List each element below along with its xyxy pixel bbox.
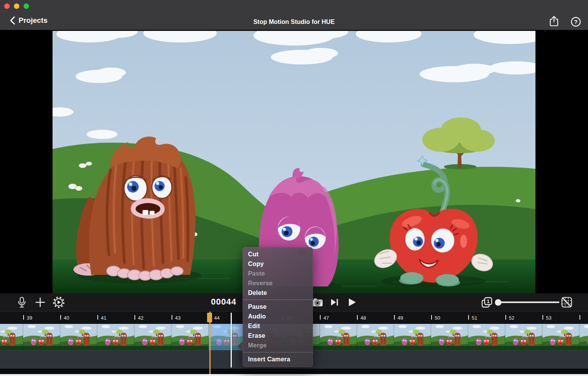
- back-chevron-icon: [10, 16, 15, 25]
- minimize-window-button[interactable]: [14, 3, 19, 9]
- window-controls: [4, 3, 29, 9]
- menu-item-copy[interactable]: Copy: [243, 259, 313, 269]
- record-audio-button[interactable]: [17, 296, 27, 308]
- help-button[interactable]: ?: [571, 17, 581, 28]
- back-label: Projects: [19, 16, 48, 25]
- onion-skin-badge: 1: [487, 298, 489, 304]
- back-to-projects-button[interactable]: Projects: [10, 16, 48, 25]
- timeline-bottom-strip: [0, 369, 588, 374]
- frame-counter: 00044: [207, 297, 240, 307]
- close-window-button[interactable]: [4, 3, 10, 9]
- menu-item-cut[interactable]: Cut: [243, 249, 313, 259]
- menu-item-merge: Merge: [243, 340, 313, 350]
- menu-item-pause[interactable]: Pause: [243, 302, 313, 312]
- add-media-button[interactable]: [35, 297, 45, 307]
- context-menu: CutCopyPasteReverseDeletePauseAudioEditE…: [243, 247, 313, 367]
- menu-item-insert-camera[interactable]: Insert Camera: [243, 354, 313, 364]
- share-export-icon: [549, 15, 559, 27]
- menu-item-delete[interactable]: Delete: [243, 288, 313, 298]
- fullscreen-window-button[interactable]: [24, 3, 29, 9]
- slider-thumb[interactable]: [495, 299, 501, 306]
- menu-item-erase[interactable]: Erase: [243, 331, 313, 340]
- play-button[interactable]: [347, 297, 357, 307]
- menu-item-paste: Paste: [243, 269, 313, 278]
- grid-crossed-icon: [561, 296, 573, 308]
- onion-skin-frames-icon: 1: [481, 296, 493, 308]
- svg-text:?: ?: [574, 19, 578, 25]
- window-bottom-edge: [0, 374, 588, 376]
- grid-toggle-button[interactable]: [561, 296, 573, 308]
- menu-item-reverse: Reverse: [243, 278, 313, 288]
- microphone-icon: [17, 296, 27, 308]
- context-menu-arrow: [238, 341, 243, 351]
- share-button[interactable]: [549, 15, 559, 28]
- skip-to-end-icon: [330, 298, 339, 307]
- question-mark-circle-icon: ?: [571, 17, 581, 27]
- context-menu-items: CutCopyPasteReverseDeletePauseAudioEditE…: [243, 249, 313, 364]
- overlay-opacity-slider[interactable]: [496, 301, 559, 303]
- playback-settings-button[interactable]: [53, 296, 65, 308]
- window-title: Stop Motion Studio for HUE: [0, 19, 588, 25]
- menu-item-edit[interactable]: Edit: [243, 321, 313, 331]
- jump-to-end-button[interactable]: [330, 298, 339, 307]
- capture-frame-button[interactable]: [312, 298, 323, 307]
- playhead[interactable]: [209, 312, 211, 374]
- play-icon: [347, 297, 357, 307]
- menu-separator: [243, 300, 313, 300]
- menu-item-audio[interactable]: Audio: [243, 312, 313, 321]
- menu-separator: [243, 352, 313, 352]
- onion-skin-button[interactable]: 1: [481, 296, 493, 308]
- camera-icon: [312, 298, 323, 307]
- gear-play-icon: [53, 296, 65, 308]
- title-bar: Projects Stop Motion Studio for HUE ?: [0, 0, 588, 30]
- plus-icon: [35, 297, 45, 307]
- insert-position-line: [231, 313, 232, 368]
